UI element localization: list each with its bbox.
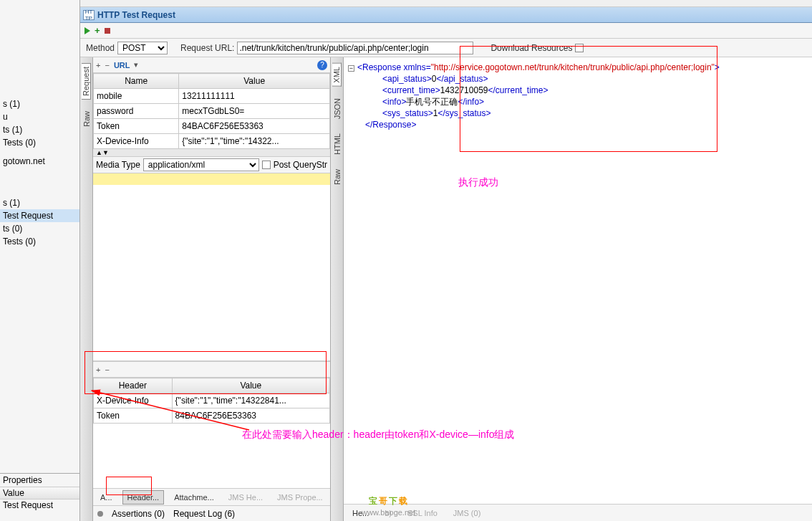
method-row: Method POST Request URL: Download Resour… [80, 39, 812, 57]
tree-item[interactable]: s (1) [0, 97, 79, 110]
collapse-icon[interactable]: − [348, 65, 354, 72]
tree-item[interactable]: s (1) [0, 196, 79, 209]
help-icon[interactable]: ? [317, 60, 327, 70]
headers-table: HeaderValue X-Device-Info{"site":"1","ti… [93, 378, 330, 424]
url-icon[interactable]: URL [114, 61, 130, 70]
vtab-json[interactable]: JSON [333, 95, 342, 122]
vtab-raw[interactable]: Raw [82, 108, 91, 130]
assertions-label[interactable]: Assertions (0) [112, 509, 165, 519]
tree-item[interactable]: Tests (0) [0, 136, 79, 149]
tab-jms[interactable]: JMS (0) [449, 507, 485, 520]
col-value: Value [179, 74, 330, 89]
header-name[interactable]: Token [94, 408, 173, 424]
assertions-row: Assertions (0) Request Log (6) [93, 505, 330, 521]
response-xml[interactable]: −<Response xmlns="http://service.gogotow… [344, 57, 812, 504]
toolbar: + [80, 23, 812, 39]
http-icon: HTTP [83, 10, 95, 20]
add-header-icon[interactable]: + [96, 365, 100, 374]
window-title: HTTP Test Request [97, 10, 175, 20]
request-toolbar: + − URL ▾ ? [93, 57, 330, 73]
media-type-row: Media Type application/xml Post QueryStr [93, 156, 330, 173]
dropdown-icon[interactable]: ▾ [134, 60, 138, 70]
tree-item[interactable]: u [0, 110, 79, 123]
tab-jms-headers[interactable]: JMS He... [224, 491, 267, 504]
param-name[interactable]: mobile [94, 89, 179, 104]
stop-icon[interactable] [105, 28, 110, 34]
method-label: Method [86, 43, 115, 53]
tree-item[interactable]: ts (1) [0, 123, 79, 136]
tree-item[interactable]: ts (0) [0, 222, 79, 235]
vtab-request[interactable]: Request [82, 63, 91, 100]
request-log-label[interactable]: Request Log (6) [173, 509, 235, 519]
tree-item-selected[interactable]: Test Request [0, 209, 79, 222]
dot-icon [97, 511, 103, 517]
request-vtabs: Request Raw [80, 57, 93, 521]
properties-panel: Properties Value Test Request [0, 473, 79, 521]
param-name[interactable]: X-Device-Info [94, 134, 179, 149]
param-value[interactable]: mecxTGdbLS0= [179, 104, 330, 119]
run-icon[interactable] [84, 27, 90, 34]
properties-col: Value [0, 487, 79, 500]
request-body-area[interactable] [93, 173, 330, 361]
header-value[interactable]: {"site":"1","time":"14322841... [172, 393, 329, 408]
url-input[interactable] [237, 42, 473, 54]
tab-a[interactable]: A... [96, 491, 117, 504]
col-name: Name [94, 74, 179, 89]
param-name[interactable]: Token [94, 119, 179, 134]
header-value[interactable]: 84BAC6F256E53363 [172, 408, 329, 424]
header-name[interactable]: X-Device-Info [94, 393, 173, 408]
remove-header-icon[interactable]: − [105, 365, 109, 374]
header-toolbar: + − [93, 362, 330, 378]
url-label: Request URL: [180, 43, 234, 53]
param-value[interactable]: 84BAC6F256E53363 [179, 119, 330, 134]
add-param-icon[interactable]: + [96, 61, 100, 70]
col-header: Header [94, 378, 173, 393]
vtab-raw[interactable]: Raw [333, 166, 342, 188]
col-hvalue: Value [172, 378, 329, 393]
tab-attachments[interactable]: Attachme... [170, 491, 218, 504]
method-select[interactable]: POST [117, 42, 168, 54]
remove-param-icon[interactable]: − [105, 61, 109, 70]
post-query-label: Post QueryStr [274, 160, 327, 170]
properties-value: Test Request [0, 500, 79, 511]
param-name[interactable]: password [94, 104, 179, 119]
title-bar: HTTP HTTP Test Request [80, 7, 812, 23]
tab-jms-props[interactable]: JMS Prope... [273, 491, 327, 504]
download-label: Download Resources [490, 43, 572, 53]
tree-item[interactable]: gotown.net [0, 155, 79, 168]
vtab-html[interactable]: HTML [333, 130, 342, 158]
left-sidebar: s (1) u ts (1) Tests (0) gotown.net s (1… [0, 0, 80, 521]
properties-title: Properties [0, 474, 79, 487]
request-bottom-tabs: A... Header... Attachme... JMS He... JMS… [93, 488, 330, 505]
param-value[interactable]: {"site":"1","time":"14322... [179, 134, 330, 149]
tree-item[interactable]: Tests (0) [0, 235, 79, 248]
scroll-indicator: ▲▼ [93, 149, 330, 156]
tab-headers[interactable]: Header... [122, 490, 165, 505]
param-value[interactable]: 13211111111 [179, 89, 330, 104]
add-icon[interactable]: + [95, 25, 100, 36]
media-label: Media Type [96, 160, 140, 170]
response-vtabs: XML JSON HTML Raw [331, 57, 344, 521]
post-query-checkbox[interactable] [262, 161, 271, 169]
params-table: NameValue mobile13211111111 passwordmecx… [93, 73, 330, 149]
watermark: 宝哥下载 www.baoge.net [362, 488, 415, 517]
vtab-xml[interactable]: XML [332, 63, 342, 87]
download-checkbox[interactable] [575, 44, 584, 52]
media-select[interactable]: application/xml [143, 158, 259, 171]
